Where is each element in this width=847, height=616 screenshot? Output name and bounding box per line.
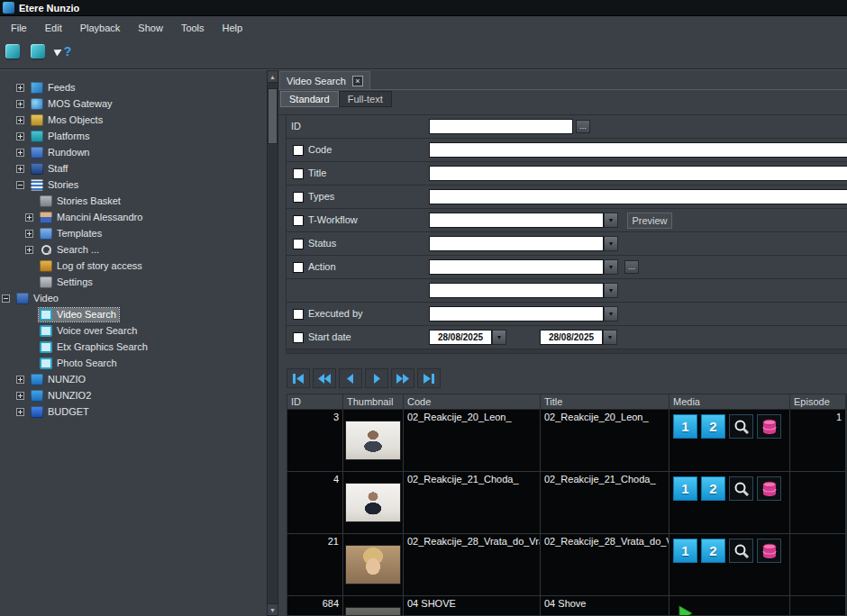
expand-icon[interactable] <box>25 230 33 238</box>
media-badge-1[interactable]: 1 <box>673 476 697 501</box>
expand-icon[interactable] <box>25 213 33 222</box>
table-row[interactable]: 21 02_Reakcije_28_Vrata_do_Vra 02_Reakci… <box>287 534 846 596</box>
media-database-icon[interactable] <box>757 414 781 439</box>
collapse-icon[interactable] <box>16 181 24 189</box>
media-search-icon[interactable] <box>729 539 753 563</box>
sidebar-item-video-search[interactable]: Video Search <box>0 306 267 322</box>
tworkflow-select[interactable] <box>429 213 604 228</box>
tworkflow-checkbox[interactable] <box>293 215 304 226</box>
sidebar-item-staff[interactable]: Staff <box>0 160 267 177</box>
media-badge-2[interactable]: 2 <box>701 539 725 563</box>
table-row[interactable]: 684 04 SHOVE 04 Shove <box>287 596 846 616</box>
expand-icon[interactable] <box>16 100 24 108</box>
media-badge-2[interactable]: 2 <box>701 414 725 439</box>
expand-icon[interactable] <box>16 116 24 124</box>
sidebar-item-mancini-alessandro[interactable]: Mancini Alessandro <box>0 209 267 225</box>
sidebar-item-feeds[interactable]: Feeds <box>0 79 267 95</box>
menu-help[interactable]: Help <box>214 19 252 37</box>
column-header-code[interactable]: Code <box>404 394 541 409</box>
tab-fulltext[interactable]: Full-text <box>339 91 392 107</box>
media-badge-2[interactable]: 2 <box>701 476 725 501</box>
media-database-icon[interactable] <box>757 539 781 563</box>
menu-file[interactable]: File <box>2 19 36 37</box>
close-icon[interactable] <box>352 76 363 86</box>
start-date-from-field[interactable]: 28/08/2025 <box>429 330 492 345</box>
toolbar-button-a[interactable] <box>2 41 23 61</box>
title-checkbox[interactable] <box>293 168 304 179</box>
column-header-media[interactable]: Media <box>669 394 790 409</box>
fast-forward-button[interactable] <box>391 368 414 388</box>
action-checkbox[interactable] <box>293 262 304 273</box>
sidebar-item-nunzio[interactable]: NUNZIO <box>0 371 267 387</box>
code-input[interactable] <box>429 142 847 158</box>
title-input[interactable] <box>429 166 847 181</box>
sidebar-item-stories-basket[interactable]: Stories Basket <box>0 193 267 209</box>
next-record-button[interactable] <box>365 368 388 388</box>
sidebar-item-mos-gateway[interactable]: MOS Gateway <box>0 95 267 112</box>
toolbar-button-b[interactable] <box>27 41 49 61</box>
menu-tools[interactable]: Tools <box>172 19 214 37</box>
tab-video-search[interactable]: Video Search <box>279 71 370 89</box>
action-browse-button[interactable]: ... <box>624 260 639 274</box>
media-search-icon[interactable] <box>729 476 753 501</box>
sidebar-item-stories[interactable]: Stories <box>0 177 267 193</box>
action-secondary-select[interactable] <box>429 283 604 298</box>
sidebar-item-etx-graphics-search[interactable]: Etx Graphics Search <box>0 339 267 355</box>
column-header-thumbnail[interactable]: Thumbnail <box>343 394 404 409</box>
status-checkbox[interactable] <box>293 239 304 249</box>
tab-standard[interactable]: Standard <box>280 91 339 107</box>
sidebar-item-nunzio2[interactable]: NUNZIO2 <box>0 387 267 403</box>
scroll-up-icon[interactable] <box>267 70 278 83</box>
chevron-down-icon[interactable] <box>603 330 617 345</box>
sidebar-item-rundown[interactable]: Rundown <box>0 144 267 160</box>
media-database-icon[interactable] <box>757 476 781 501</box>
expand-icon[interactable] <box>16 165 24 173</box>
chevron-down-icon[interactable] <box>492 330 506 345</box>
start-date-checkbox[interactable] <box>293 332 304 343</box>
vertical-scrollbar[interactable] <box>267 70 278 616</box>
scrollbar-thumb[interactable] <box>268 88 278 144</box>
sidebar-item-budget[interactable]: BUDGET <box>0 403 267 420</box>
scroll-down-icon[interactable] <box>267 603 278 616</box>
sidebar-item-templates[interactable]: Templates <box>0 225 267 241</box>
expand-icon[interactable] <box>16 392 24 400</box>
last-record-button[interactable] <box>417 368 441 388</box>
sidebar-item-mos-objects[interactable]: Mos Objects <box>0 112 267 128</box>
code-checkbox[interactable] <box>293 145 304 156</box>
chevron-down-icon[interactable] <box>604 236 618 251</box>
menu-edit[interactable]: Edit <box>36 19 71 37</box>
media-badge-1[interactable]: 1 <box>673 539 697 563</box>
chevron-down-icon[interactable] <box>604 306 618 322</box>
id-browse-button[interactable]: ... <box>576 120 590 133</box>
types-input[interactable] <box>429 189 847 204</box>
column-header-episode[interactable]: Episode <box>790 394 846 409</box>
table-row[interactable]: 3 02_Reakcije_20_Leon_ 02_Reakcije_20_Le… <box>287 410 846 472</box>
fast-rewind-button[interactable] <box>313 368 336 388</box>
expand-icon[interactable] <box>16 376 24 384</box>
start-date-to-field[interactable]: 28/08/2025 <box>540 330 603 345</box>
expand-icon[interactable] <box>16 132 24 140</box>
sidebar-item-search[interactable]: Search ... <box>0 241 267 258</box>
column-header-title[interactable]: Title <box>541 394 669 409</box>
expand-icon[interactable] <box>16 84 24 92</box>
column-header-id[interactable]: ID <box>287 394 343 409</box>
media-play-icon[interactable] <box>673 601 697 616</box>
collapse-icon[interactable] <box>2 294 10 303</box>
chevron-down-icon[interactable] <box>604 259 618 275</box>
status-select[interactable] <box>429 236 604 251</box>
expand-icon[interactable] <box>16 408 24 416</box>
types-checkbox[interactable] <box>293 192 304 203</box>
chevron-down-icon[interactable] <box>604 213 618 228</box>
id-input[interactable] <box>429 119 573 134</box>
sidebar-item-video[interactable]: Video <box>0 290 267 306</box>
expand-icon[interactable] <box>25 246 33 254</box>
sidebar-item-voice-over-search[interactable]: Voice over Search <box>0 322 267 339</box>
context-help-button[interactable]: ? <box>52 41 74 61</box>
sidebar-item-platforms[interactable]: Platforms <box>0 128 267 144</box>
sidebar-item-settings[interactable]: Settings <box>0 274 267 290</box>
first-record-button[interactable] <box>287 368 310 388</box>
sidebar-item-photo-search[interactable]: Photo Search <box>0 355 267 371</box>
menu-playback[interactable]: Playback <box>71 19 130 37</box>
table-row[interactable]: 4 02_Reakcije_21_Choda_ 02_Reakcije_21_C… <box>287 472 846 534</box>
executed-by-checkbox[interactable] <box>293 309 304 320</box>
